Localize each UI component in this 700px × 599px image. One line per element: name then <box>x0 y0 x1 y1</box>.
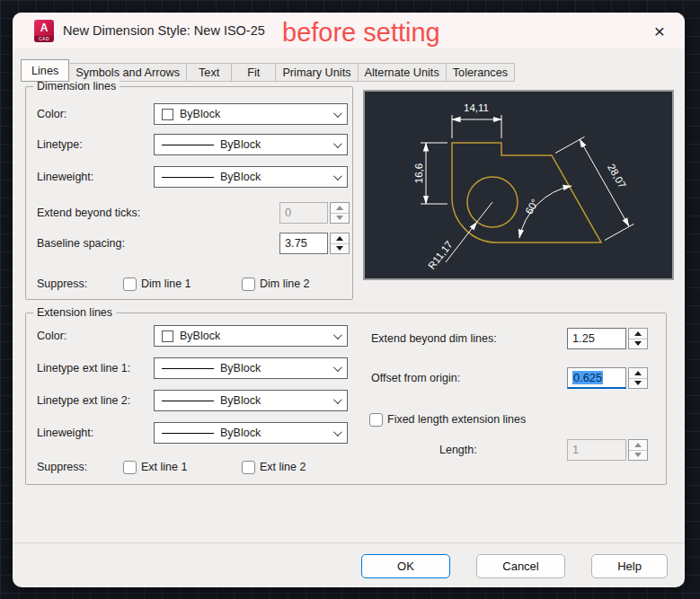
spin-down-icon <box>331 213 349 224</box>
ext-color-dropdown[interactable]: ByBlock <box>154 325 348 347</box>
window-title: New Dimension Style: New ISO-25 <box>63 13 265 48</box>
ext-lineweight-label: Lineweight: <box>37 422 93 444</box>
lineweight-sample-icon <box>162 177 214 178</box>
help-button[interactable]: Help <box>591 554 668 578</box>
ext-linetype1-label: Linetype ext line 1: <box>37 357 130 379</box>
spin-up-icon[interactable] <box>331 233 349 243</box>
ext-lineweight-value: ByBlock <box>220 427 261 439</box>
ext-color-label: Color: <box>37 325 66 347</box>
dim-color-dropdown[interactable]: ByBlock <box>154 103 348 125</box>
dim-line-1-checkbox[interactable] <box>123 277 137 291</box>
title-bar: A CAD New Dimension Style: New ISO-25 be… <box>13 13 685 48</box>
ext-line-2-checkbox[interactable] <box>242 461 255 474</box>
baseline-spacing-input[interactable]: 3.75 <box>279 233 328 254</box>
offset-from-origin-spinner <box>628 367 648 389</box>
extend-beyond-dim-lines-input[interactable]: 1.25 <box>567 328 626 349</box>
tab-primary-units[interactable]: Primary Units <box>275 63 358 82</box>
length-input: 1 <box>567 439 626 461</box>
dim-linetype-dropdown[interactable]: ByBlock <box>154 134 348 155</box>
length-spinner <box>628 439 648 461</box>
dimension-lines-group: Dimension lines Color: ByBlock Linetype:… <box>25 86 353 300</box>
tab-alternate-units[interactable]: Alternate Units <box>358 63 447 82</box>
spin-up-icon <box>629 440 647 450</box>
dim-linetype-value: ByBlock <box>220 138 261 151</box>
footer-divider <box>13 542 685 543</box>
close-icon[interactable]: × <box>647 19 672 44</box>
offset-from-origin-label: Offset from origin: <box>371 367 460 389</box>
color-swatch-icon <box>162 330 173 342</box>
preview-dim-top: 14,11 <box>464 102 489 113</box>
spin-down-icon[interactable] <box>629 339 647 349</box>
ext-line-2-checkbox-row: Ext line 2 <box>242 456 306 478</box>
extend-beyond-dim-lines-label: Extend beyond dim lines: <box>371 328 497 349</box>
selected-text: 0.625 <box>572 371 603 384</box>
baseline-spacing-spinner <box>330 233 350 254</box>
linetype-sample-icon <box>162 145 214 145</box>
extension-lines-group-label: Extension lines <box>33 306 116 319</box>
extend-beyond-ticks-label: Extend beyond ticks: <box>37 202 140 224</box>
ok-button[interactable]: OK <box>361 554 450 578</box>
dim-color-label: Color: <box>37 103 66 125</box>
dim-line-1-label: Dim line 1 <box>141 277 191 290</box>
tab-symbols-and-arrows[interactable]: Symbols and Arrows <box>68 63 187 82</box>
dim-lineweight-label: Lineweight: <box>37 166 93 188</box>
preview-drawing: 14,11 16,6 28,07 60° R11,17 <box>365 92 672 278</box>
dimension-style-dialog: A CAD New Dimension Style: New ISO-25 be… <box>13 13 685 587</box>
linetype-sample-icon <box>162 401 214 401</box>
spin-down-icon[interactable] <box>629 378 647 389</box>
dim-linetype-label: Linetype: <box>37 134 83 155</box>
tab-tolerances[interactable]: Tolerances <box>446 63 515 82</box>
chevron-down-icon <box>333 395 342 404</box>
dim-line-2-checkbox-row: Dim line 2 <box>242 273 310 295</box>
autocad-logo-letter: A <box>34 20 54 36</box>
spin-up-icon[interactable] <box>629 329 647 339</box>
spin-down-icon <box>629 450 647 461</box>
dim-line-2-checkbox[interactable] <box>242 277 255 291</box>
extend-beyond-ticks-spinner <box>330 202 350 224</box>
style-preview: 14,11 16,6 28,07 60° R11,17 <box>363 90 674 280</box>
ext-linetype2-label: Linetype ext line 2: <box>37 390 130 411</box>
dim-suppress-label: Suppress: <box>37 273 87 295</box>
baseline-spacing-label: Baseline spacing: <box>37 233 125 254</box>
preview-dim-diag: 28,07 <box>606 163 628 190</box>
spin-up-icon[interactable] <box>629 368 647 378</box>
chevron-down-icon <box>333 427 342 436</box>
spin-down-icon[interactable] <box>331 243 349 254</box>
lineweight-sample-icon <box>162 433 214 434</box>
extension-lines-group: Extension lines Color: ByBlock Linetype … <box>25 313 667 485</box>
preview-dim-radius: R11,17 <box>426 239 455 271</box>
ext-lineweight-dropdown[interactable]: ByBlock <box>154 422 348 444</box>
ext-color-value: ByBlock <box>180 330 220 342</box>
dim-lineweight-dropdown[interactable]: ByBlock <box>154 166 348 188</box>
tab-lines[interactable]: Lines <box>21 59 69 82</box>
fixed-length-checkbox-row: Fixed length extension lines <box>369 409 526 430</box>
extend-beyond-dim-lines-spinner <box>628 328 648 349</box>
chevron-down-icon <box>333 139 342 148</box>
preview-shape <box>452 143 601 242</box>
chevron-down-icon <box>333 172 342 181</box>
ext-linetype2-dropdown[interactable]: ByBlock <box>154 390 348 411</box>
ext-linetype1-value: ByBlock <box>220 362 261 374</box>
ext-linetype1-dropdown[interactable]: ByBlock <box>154 357 348 379</box>
dim-color-value: ByBlock <box>180 108 220 120</box>
dimension-lines-group-label: Dimension lines <box>33 80 120 92</box>
ext-linetype2-value: ByBlock <box>220 394 261 407</box>
chevron-down-icon <box>333 330 342 339</box>
ext-line-1-checkbox-row: Ext line 1 <box>123 456 187 478</box>
dim-lineweight-value: ByBlock <box>220 171 261 183</box>
color-swatch-icon <box>162 109 173 120</box>
cancel-button[interactable]: Cancel <box>476 554 565 578</box>
autocad-logo-sub: CAD <box>34 36 54 42</box>
dim-line-2-label: Dim line 2 <box>260 277 310 290</box>
ext-line-1-checkbox[interactable] <box>123 461 137 474</box>
tab-fit[interactable]: Fit <box>231 63 276 82</box>
annotation-text: before setting <box>282 14 440 50</box>
length-label: Length: <box>439 439 477 461</box>
offset-from-origin-input[interactable]: 0.625 <box>567 367 626 389</box>
autocad-logo-icon: A CAD <box>34 20 54 42</box>
tab-text[interactable]: Text <box>186 63 232 82</box>
tab-strip: Lines Symbols and Arrows Text Fit Primar… <box>21 59 677 82</box>
fixed-length-checkbox[interactable] <box>369 413 383 427</box>
chevron-down-icon <box>333 363 342 372</box>
spin-up-icon <box>331 203 349 213</box>
